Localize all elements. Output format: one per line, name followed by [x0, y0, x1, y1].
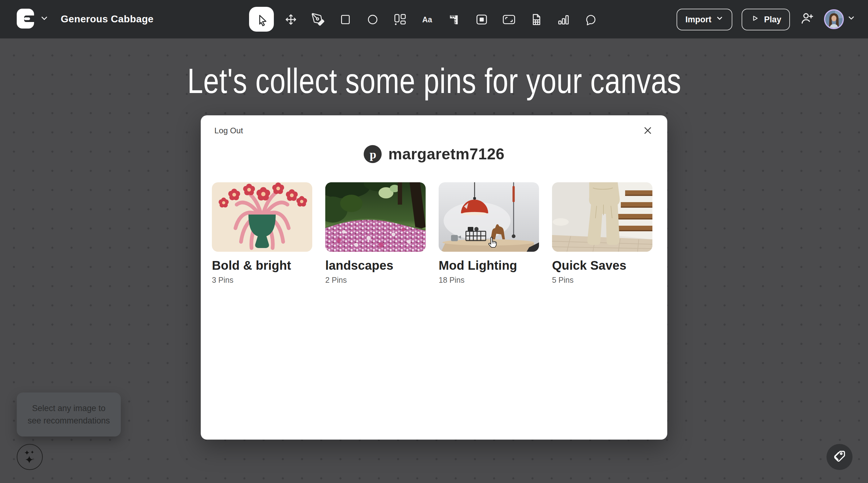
- import-label: Import: [685, 15, 711, 24]
- board-card-bold-and-bright[interactable]: Bold & bright 3 Pins: [212, 182, 312, 285]
- frame-fill-icon: [474, 12, 489, 26]
- pen-icon: [311, 12, 325, 26]
- board-list: Bold & bright 3 Pins: [212, 182, 652, 285]
- board-title: Bold & bright: [212, 259, 312, 273]
- board-pin-count: 18 Pins: [439, 276, 539, 285]
- ellipse-icon: [366, 12, 380, 26]
- top-toolbar: Generous Cabbage: [0, 0, 868, 38]
- tooltip-line-1: Select any image to: [17, 402, 121, 415]
- bar-chart-icon: [556, 12, 570, 26]
- tool-rectangle[interactable]: [335, 9, 356, 30]
- project-menu-area: Generous Cabbage: [17, 8, 154, 30]
- pinterest-logo-icon: p: [364, 145, 382, 163]
- tool-chart[interactable]: [553, 9, 574, 30]
- tool-move[interactable]: [280, 9, 302, 30]
- invite-user-button[interactable]: [799, 10, 815, 28]
- tag-icon: [832, 449, 847, 465]
- tool-pen[interactable]: [308, 9, 329, 30]
- ruler-icon: [447, 12, 462, 26]
- recommendation-tooltip: Select any image to see recommendations: [17, 393, 121, 436]
- move-icon: [284, 12, 298, 26]
- close-button[interactable]: [640, 123, 655, 140]
- pinterest-username: margaretm7126: [389, 145, 505, 163]
- svg-text:p: p: [370, 148, 376, 161]
- board-title: Quick Saves: [552, 259, 652, 273]
- account-menu[interactable]: [824, 9, 856, 29]
- ai-recommendations-button[interactable]: [17, 444, 43, 470]
- add-person-icon: [799, 10, 815, 28]
- hand-cursor: [487, 236, 499, 252]
- board-thumbnail-garden-photo: [325, 182, 426, 252]
- tool-comment[interactable]: [580, 9, 601, 30]
- sparkles-icon: [21, 447, 39, 467]
- select-cursor-icon: [255, 12, 269, 26]
- board-pin-count: 5 Pins: [552, 276, 652, 285]
- tooltip-line-2: see recommendations: [17, 415, 121, 427]
- tool-select[interactable]: [249, 7, 274, 32]
- close-icon: [642, 125, 653, 138]
- import-button[interactable]: Import: [677, 8, 732, 30]
- chevron-down-icon: [40, 13, 49, 25]
- play-label: Play: [764, 15, 781, 24]
- tags-button[interactable]: [827, 444, 852, 470]
- board-title: Mod Lighting: [439, 259, 539, 273]
- tool-ruler[interactable]: [444, 9, 465, 30]
- data-file-icon: [529, 12, 544, 26]
- screen-crop-icon: [502, 12, 516, 26]
- tool-frame[interactable]: [471, 9, 492, 30]
- account-avatar[interactable]: [824, 9, 844, 29]
- logout-button[interactable]: Log Out: [214, 126, 243, 135]
- board-thumbnail-stairs-photo: [552, 182, 652, 252]
- board-title: landscapes: [325, 259, 426, 273]
- tool-screen[interactable]: [498, 9, 520, 30]
- project-title[interactable]: Generous Cabbage: [61, 13, 154, 25]
- app-logo-icon: [17, 8, 34, 30]
- pinterest-boards-modal: Log Out p margaretm7126: [201, 115, 667, 439]
- pinterest-account-header: p margaretm7126: [201, 143, 667, 165]
- rectangle-icon: [338, 12, 352, 26]
- chevron-down-icon: [716, 14, 724, 24]
- canvas-heading[interactable]: Let's collect some pins for your canvas: [187, 62, 681, 99]
- svg-text:Aa: Aa: [422, 15, 432, 24]
- app-window: Generous Cabbage: [0, 0, 868, 483]
- text-icon: Aa: [420, 12, 434, 26]
- play-button[interactable]: Play: [742, 8, 790, 30]
- account-chevron-icon: [847, 13, 856, 25]
- design-canvas[interactable]: Let's collect some pins for your canvas …: [0, 38, 868, 483]
- tool-layout[interactable]: [390, 9, 410, 30]
- board-card-mod-lighting[interactable]: Mod Lighting 18 Pins: [439, 182, 539, 285]
- board-card-landscapes[interactable]: landscapes 2 Pins: [325, 182, 426, 285]
- tool-palette: Aa: [249, 7, 601, 32]
- comment-icon: [584, 12, 598, 26]
- board-pin-count: 2 Pins: [325, 276, 426, 285]
- tool-ellipse[interactable]: [362, 9, 383, 30]
- play-icon: [750, 13, 760, 25]
- board-card-quick-saves[interactable]: Quick Saves 5 Pins: [552, 182, 652, 285]
- tool-data-file[interactable]: [526, 9, 547, 30]
- app-menu-button[interactable]: [17, 8, 49, 30]
- layout-blocks-icon: [393, 12, 407, 26]
- board-pin-count: 3 Pins: [212, 276, 312, 285]
- board-thumbnail-illustration: [212, 182, 312, 252]
- tool-text[interactable]: Aa: [417, 9, 438, 30]
- topbar-actions: Import Play: [677, 8, 856, 30]
